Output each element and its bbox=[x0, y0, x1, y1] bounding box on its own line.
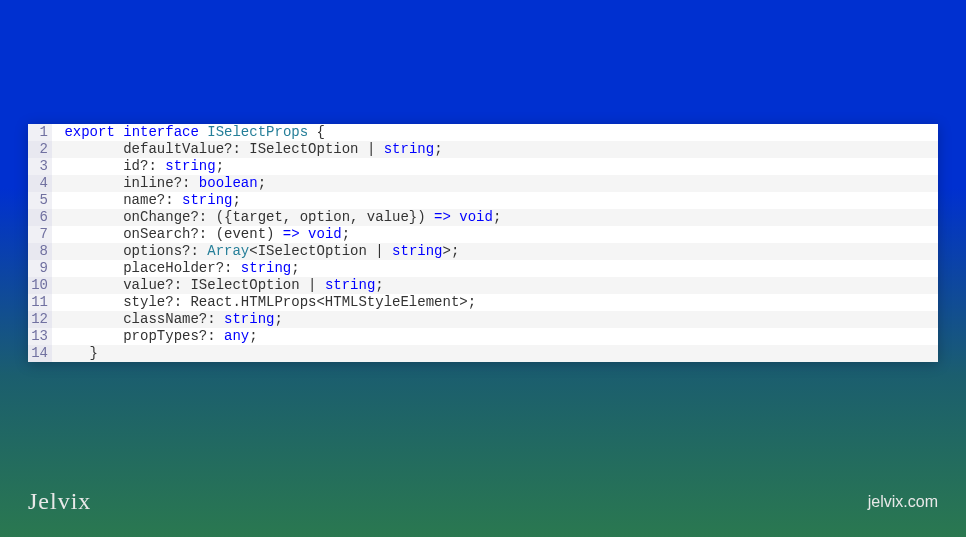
code-line: 12 className?: string; bbox=[28, 311, 938, 328]
line-content: style?: React.HTMLProps<HTMLStyleElement… bbox=[52, 294, 938, 311]
code-line: 4 inline?: boolean; bbox=[28, 175, 938, 192]
code-line: 10 value?: ISelectOption | string; bbox=[28, 277, 938, 294]
line-number: 10 bbox=[28, 277, 52, 294]
line-content: className?: string; bbox=[52, 311, 938, 328]
code-line: 14 } bbox=[28, 345, 938, 362]
line-content: id?: string; bbox=[52, 158, 938, 175]
code-line: 7 onSearch?: (event) => void; bbox=[28, 226, 938, 243]
line-number: 6 bbox=[28, 209, 52, 226]
line-number: 13 bbox=[28, 328, 52, 345]
line-number: 14 bbox=[28, 345, 52, 362]
line-content: name?: string; bbox=[52, 192, 938, 209]
line-content: onSearch?: (event) => void; bbox=[52, 226, 938, 243]
line-content: } bbox=[52, 345, 938, 362]
line-number: 5 bbox=[28, 192, 52, 209]
code-line: 13 propTypes?: any; bbox=[28, 328, 938, 345]
line-content: inline?: boolean; bbox=[52, 175, 938, 192]
line-content: defaultValue?: ISelectOption | string; bbox=[52, 141, 938, 158]
code-line: 1 export interface ISelectProps { bbox=[28, 124, 938, 141]
code-line: 2 defaultValue?: ISelectOption | string; bbox=[28, 141, 938, 158]
line-number: 8 bbox=[28, 243, 52, 260]
brand-logo: Jelvix bbox=[28, 488, 91, 515]
code-block: 1 export interface ISelectProps {2 defau… bbox=[28, 124, 938, 362]
code-line: 11 style?: React.HTMLProps<HTMLStyleElem… bbox=[28, 294, 938, 311]
code-line: 5 name?: string; bbox=[28, 192, 938, 209]
code-line: 9 placeHolder?: string; bbox=[28, 260, 938, 277]
line-content: export interface ISelectProps { bbox=[52, 124, 938, 141]
code-line: 6 onChange?: ({target, option, value}) =… bbox=[28, 209, 938, 226]
line-content: propTypes?: any; bbox=[52, 328, 938, 345]
line-number: 4 bbox=[28, 175, 52, 192]
line-number: 3 bbox=[28, 158, 52, 175]
brand-url: jelvix.com bbox=[868, 493, 938, 511]
line-content: options?: Array<ISelectOption | string>; bbox=[52, 243, 938, 260]
line-number: 12 bbox=[28, 311, 52, 328]
line-content: placeHolder?: string; bbox=[52, 260, 938, 277]
line-number: 1 bbox=[28, 124, 52, 141]
line-content: value?: ISelectOption | string; bbox=[52, 277, 938, 294]
line-number: 9 bbox=[28, 260, 52, 277]
line-number: 2 bbox=[28, 141, 52, 158]
line-number: 11 bbox=[28, 294, 52, 311]
code-line: 8 options?: Array<ISelectOption | string… bbox=[28, 243, 938, 260]
line-number: 7 bbox=[28, 226, 52, 243]
code-line: 3 id?: string; bbox=[28, 158, 938, 175]
line-content: onChange?: ({target, option, value}) => … bbox=[52, 209, 938, 226]
